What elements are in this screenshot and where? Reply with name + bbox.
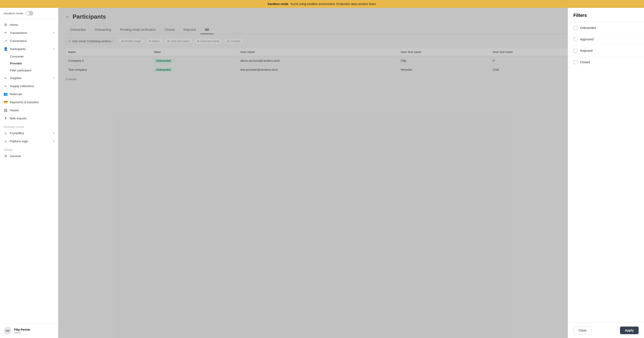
main-content: ← Participants Onboarded Onboarding Pend…	[58, 8, 644, 338]
sandbox-banner-message: You're using sandbox environment. Produc…	[290, 2, 376, 6]
home-icon: ⊞	[4, 23, 8, 27]
sandbox-toggle[interactable]	[25, 11, 34, 16]
sidebar-item-participants[interactable]: 👤 Participants ▾	[0, 45, 58, 53]
main-overlay[interactable]	[58, 8, 644, 338]
sidebar-item-label: Connections	[10, 39, 54, 43]
filter-option-label: Approved	[580, 38, 594, 41]
referrals-icon: 👥	[4, 92, 8, 96]
sidebar-item-label: Transactions	[10, 31, 51, 35]
filter-option-label: Rejected	[580, 49, 592, 53]
apply-button[interactable]: Apply	[620, 326, 638, 334]
sidebar-item-supplies[interactable]: ≡ Supplies ▾	[0, 74, 58, 82]
checkbox-rejected[interactable]	[573, 49, 578, 53]
sidebar-item-home[interactable]: ⊞ Home	[0, 21, 58, 29]
user-name: Filip Perisic	[14, 328, 30, 331]
sidebar-sub-label: Consumer	[10, 55, 24, 58]
chevron-down-icon: ▾	[53, 140, 54, 143]
sidebar-item-bulk-imports[interactable]: ⬆ Bulk imports	[0, 114, 58, 122]
transactions-icon: ✏	[4, 31, 8, 35]
filters-options: Onboarded Approved Rejected Closed	[568, 22, 644, 322]
bulk-imports-icon: ⬆	[4, 116, 8, 120]
sidebar-item-provider[interactable]: Provider	[0, 60, 58, 67]
platform-logic-icon: ≡	[4, 139, 8, 143]
chevron-down-icon: ▾	[53, 48, 54, 51]
filter-option-approved[interactable]: Approved	[568, 34, 644, 45]
assets-icon: 🖼	[4, 108, 8, 112]
filter-option-rejected[interactable]: Rejected	[568, 45, 644, 57]
sidebar-item-label: Supplies	[10, 76, 51, 80]
sidebar-item-supply-collections[interactable]: ≡ Supply collections	[0, 82, 58, 90]
filter-option-label: Onboarded	[580, 26, 596, 30]
sidebar-sub-label: Provider	[10, 62, 22, 65]
sidebar-item-payments[interactable]: 💳 Payments & transfers	[0, 98, 58, 106]
chevron-down-icon: ▾	[53, 32, 54, 34]
sidebar-item-platform-logic[interactable]: ≡ Platform logic ▾	[0, 137, 58, 145]
connections-icon: ↗	[4, 39, 8, 43]
sidebar-item-transactions[interactable]: ✏ Transactions ▾	[0, 29, 58, 37]
sidebar-item-consumer[interactable]: Consumer	[0, 53, 58, 60]
sidebar-sub-label: Filter participant	[10, 69, 32, 72]
general-icon: ⚙	[4, 154, 8, 158]
sidebar-top: Sandbox mode	[0, 8, 58, 19]
sidebar: Sandbox mode ⊞ Home ✏ Transactions ▾ ↗ C…	[0, 8, 58, 338]
sandbox-banner-bold: Sandbox mode	[268, 2, 288, 6]
settings-section-label: Settings	[0, 145, 58, 152]
sidebar-item-label: General	[10, 154, 54, 158]
sidebar-item-label: Payments & transfers	[10, 101, 54, 104]
sidebar-item-label: Home	[10, 23, 54, 27]
frontoffice-icon: ⌸	[4, 131, 8, 135]
filter-option-closed[interactable]: Closed	[568, 57, 644, 68]
sidebar-item-label: Referrals	[10, 93, 54, 96]
user-info: Filip Perisic Owner	[14, 328, 30, 334]
sandbox-toggle-label: Sandbox mode	[4, 12, 23, 15]
sidebar-item-label: Assets	[10, 109, 54, 112]
filters-panel-title: Filters	[568, 8, 644, 22]
user-role: Owner	[14, 331, 30, 334]
supply-collections-icon: ≡	[4, 84, 8, 88]
sidebar-item-label: Supply collections	[10, 84, 54, 88]
chevron-down-icon: ▾	[53, 132, 54, 135]
sidebar-item-general[interactable]: ⚙ General	[0, 152, 58, 160]
chevron-down-icon: ▾	[53, 77, 54, 80]
sidebar-item-frontoffice[interactable]: ⌸ Frontoffice ▾	[0, 129, 58, 137]
sidebar-nav: ⊞ Home ✏ Transactions ▾ ↗ Connections 👤 …	[0, 19, 58, 323]
close-button[interactable]: Close	[573, 326, 592, 334]
sidebar-item-label: Frontoffice	[10, 132, 51, 135]
payments-icon: 💳	[4, 100, 8, 104]
supplies-icon: ≡	[4, 76, 8, 80]
sidebar-item-label: Platform logic	[10, 140, 51, 143]
sandbox-banner: Sandbox mode You're using sandbox enviro…	[0, 0, 644, 8]
filters-panel-footer: Close Apply	[568, 322, 644, 338]
checkbox-onboarded[interactable]	[573, 26, 578, 30]
checkbox-approved[interactable]	[573, 37, 578, 41]
sidebar-footer: FP Filip Perisic Owner	[0, 323, 58, 338]
dev-console-section-label: Developer console	[0, 122, 58, 129]
filter-option-onboarded[interactable]: Onboarded	[568, 22, 644, 34]
sidebar-item-label: Bulk imports	[10, 117, 54, 120]
avatar: FP	[4, 327, 12, 335]
sidebar-item-assets[interactable]: 🖼 Assets	[0, 106, 58, 114]
sidebar-item-referrals[interactable]: 👥 Referrals	[0, 90, 58, 98]
checkbox-closed[interactable]	[573, 60, 578, 64]
filters-panel: Filters Onboarded Approved Rejected Clos…	[568, 8, 644, 338]
filter-option-label: Closed	[580, 60, 590, 64]
sidebar-item-filter-participant[interactable]: Filter participant	[0, 67, 58, 74]
participants-icon: 👤	[4, 47, 8, 51]
sidebar-item-connections[interactable]: ↗ Connections	[0, 37, 58, 45]
sidebar-item-label: Participants	[10, 47, 51, 51]
